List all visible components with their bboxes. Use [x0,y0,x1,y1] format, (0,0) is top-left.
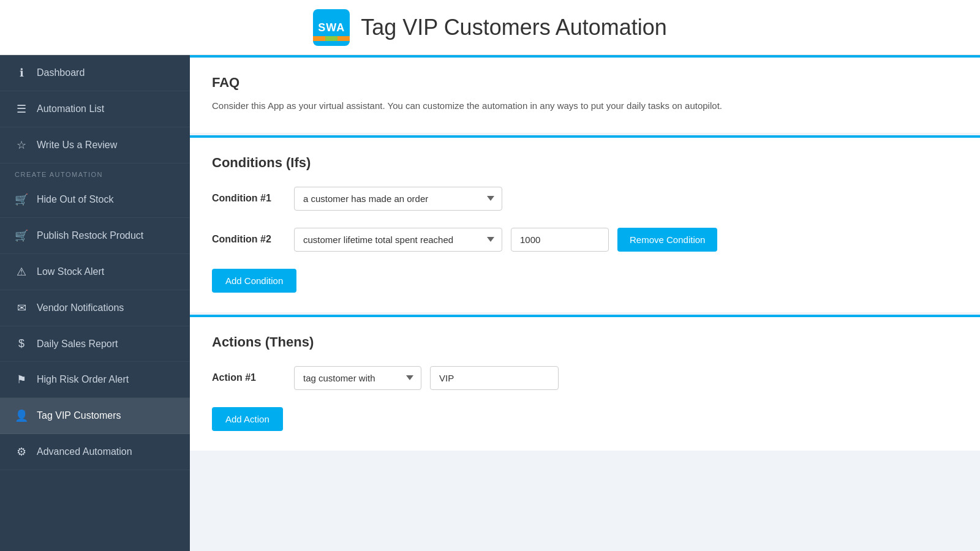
condition-2-label: Condition #2 [212,234,285,245]
faq-card-content: FAQ Consider this App as your virtual as… [190,58,980,133]
sidebar-item-hide-out-of-stock[interactable]: 🛒 Hide Out of Stock [0,182,190,218]
sidebar-label-hide-out-of-stock: Hide Out of Stock [37,194,113,205]
user-icon: 👤 [15,409,28,422]
sidebar-label-low-stock: Low Stock Alert [37,266,104,277]
condition-1-label: Condition #1 [212,193,285,204]
page-title: Tag VIP Customers Automation [361,15,667,40]
layout: ℹ Dashboard ☰ Automation List ☆ Write Us… [0,55,980,551]
sidebar-item-publish-restock[interactable]: 🛒 Publish Restock Product [0,218,190,254]
star-icon: ☆ [15,138,28,152]
envelope-icon: ✉ [15,301,28,315]
sidebar-item-dashboard[interactable]: ℹ Dashboard [0,55,190,91]
warning-icon: ⚠ [15,265,28,279]
conditions-section: Conditions (Ifs) Condition #1 a customer… [190,135,980,312]
sidebar-item-tag-vip[interactable]: 👤 Tag VIP Customers [0,398,190,434]
action-1-select[interactable]: tag customer with send email to customer… [294,366,421,390]
faq-card: FAQ Consider this App as your virtual as… [190,55,980,133]
list-icon: ☰ [15,102,28,116]
action-1-row: Action #1 tag customer with send email t… [212,366,958,390]
condition-2-select[interactable]: a customer has made an order customer li… [294,228,502,252]
actions-section: Actions (Thens) Action #1 tag customer w… [190,315,980,451]
main-content: FAQ Consider this App as your virtual as… [190,55,980,551]
condition-2-row: Condition #2 a customer has made an orde… [212,228,958,252]
cart-icon: 🛒 [15,193,28,206]
sidebar-item-advanced-automation[interactable]: ⚙ Advanced Automation [0,434,190,470]
action-1-value-input[interactable] [430,366,559,390]
cart2-icon: 🛒 [15,229,28,242]
logo-bar [313,36,350,41]
sidebar-label-high-risk: High Risk Order Alert [37,374,129,385]
sidebar: ℹ Dashboard ☰ Automation List ☆ Write Us… [0,55,190,551]
info-icon: ℹ [15,66,28,80]
condition-2-value-input[interactable] [511,228,609,252]
sidebar-item-vendor-notifications[interactable]: ✉ Vendor Notifications [0,290,190,326]
sidebar-item-daily-sales-report[interactable]: $ Daily Sales Report [0,326,190,362]
add-condition-button[interactable]: Add Condition [212,269,296,293]
sidebar-label-daily-sales: Daily Sales Report [37,339,118,350]
remove-condition-button[interactable]: Remove Condition [617,228,717,252]
sidebar-item-high-risk-order[interactable]: ⚑ High Risk Order Alert [0,362,190,398]
sidebar-label-write-review: Write Us a Review [37,140,117,151]
sidebar-label-publish-restock: Publish Restock Product [37,230,143,241]
conditions-content: Conditions (Ifs) Condition #1 a customer… [190,138,980,312]
sidebar-item-automation-list[interactable]: ☰ Automation List [0,91,190,127]
dollar-icon: $ [15,337,28,350]
logo-text: SWA [318,22,345,33]
sidebar-label-tag-vip: Tag VIP Customers [37,410,121,421]
actions-title: Actions (Thens) [212,334,958,350]
sidebar-label-advanced: Advanced Automation [37,446,132,457]
app-logo: SWA [313,9,350,46]
create-automation-section-label: CREATE AUTOMATION [0,163,190,182]
add-action-button[interactable]: Add Action [212,407,283,431]
header: SWA Tag VIP Customers Automation [0,0,980,55]
condition-1-row: Condition #1 a customer has made an orde… [212,187,958,211]
sidebar-item-low-stock-alert[interactable]: ⚠ Low Stock Alert [0,254,190,290]
sidebar-label-dashboard: Dashboard [37,67,85,78]
condition-1-select[interactable]: a customer has made an order customer li… [294,187,502,211]
sidebar-label-vendor: Vendor Notifications [37,302,124,313]
action-1-label: Action #1 [212,372,285,383]
gear-icon: ⚙ [15,445,28,459]
flag-icon: ⚑ [15,373,28,386]
actions-content: Actions (Thens) Action #1 tag customer w… [190,317,980,451]
sidebar-item-write-review[interactable]: ☆ Write Us a Review [0,127,190,163]
faq-description: Consider this App as your virtual assist… [212,99,958,113]
faq-title: FAQ [212,75,958,91]
sidebar-label-automation-list: Automation List [37,103,104,114]
conditions-title: Conditions (Ifs) [212,155,958,171]
